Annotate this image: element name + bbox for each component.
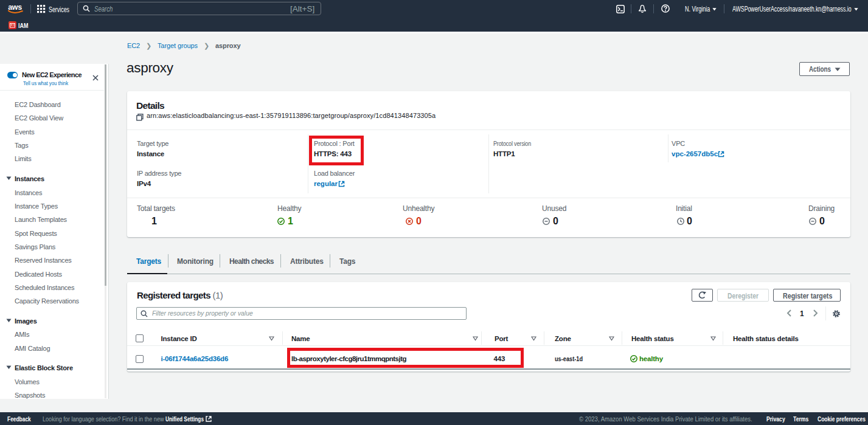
svg-text:aws: aws: [8, 3, 22, 12]
